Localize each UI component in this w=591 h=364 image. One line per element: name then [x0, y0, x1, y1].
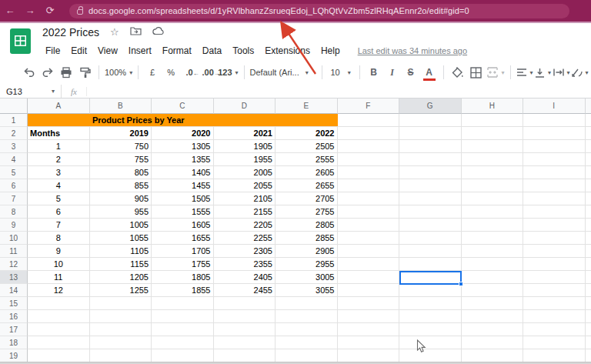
cell-empty[interactable]: [275, 323, 338, 336]
cell-empty[interactable]: [338, 271, 400, 284]
cell-empty[interactable]: [28, 323, 90, 336]
row-header-13[interactable]: 13: [0, 271, 28, 284]
cell-value[interactable]: 750: [90, 140, 152, 153]
cell-value[interactable]: 1555: [152, 205, 214, 219]
cell-empty[interactable]: [586, 336, 591, 349]
cell-empty[interactable]: [462, 310, 524, 323]
cell-value[interactable]: 2255: [214, 232, 276, 245]
cell-empty[interactable]: [399, 127, 462, 140]
cell-empty[interactable]: [275, 297, 338, 310]
cell-empty[interactable]: [338, 245, 400, 258]
row-header-18[interactable]: 18: [0, 336, 28, 349]
cell-empty[interactable]: [28, 349, 90, 362]
cell-empty[interactable]: [214, 310, 276, 323]
cell-value[interactable]: 1355: [152, 153, 214, 166]
menu-format[interactable]: Format: [157, 44, 197, 58]
cell-value[interactable]: 2305: [214, 245, 276, 258]
cell-empty[interactable]: [28, 297, 90, 310]
cell-empty[interactable]: [462, 349, 524, 362]
cell-empty[interactable]: [338, 232, 400, 245]
column-header-J[interactable]: [586, 99, 591, 114]
row-header-1[interactable]: 1: [0, 114, 28, 127]
row-header-15[interactable]: 15: [0, 297, 28, 310]
cell-empty[interactable]: [523, 153, 586, 166]
star-icon[interactable]: ☆: [110, 26, 119, 38]
cell-value[interactable]: 2855: [275, 232, 338, 245]
font-select[interactable]: Default (Ari...▾: [250, 63, 316, 82]
cell-empty[interactable]: [462, 232, 524, 245]
cell-value[interactable]: 1605: [152, 219, 214, 232]
address-bar[interactable]: docs.google.com/spreadsheets/d/1yRVlbhan…: [69, 4, 569, 18]
row-header-10[interactable]: 10: [0, 232, 28, 245]
cell-month[interactable]: 9: [28, 245, 90, 258]
cell-empty[interactable]: [462, 153, 524, 166]
menu-file[interactable]: File: [40, 44, 65, 58]
cell-empty[interactable]: [399, 323, 462, 336]
cell-empty[interactable]: [586, 127, 591, 140]
cell-empty[interactable]: [214, 297, 276, 310]
cell-empty[interactable]: [523, 349, 586, 362]
cell-value[interactable]: 805: [90, 166, 152, 179]
menu-data[interactable]: Data: [197, 44, 227, 58]
formula-input[interactable]: [87, 85, 591, 98]
cell-empty[interactable]: [28, 336, 90, 349]
cell-empty[interactable]: [399, 153, 462, 166]
cell-empty[interactable]: [275, 336, 338, 349]
row-header-4[interactable]: 4: [0, 153, 28, 166]
row-header-14[interactable]: 14: [0, 284, 28, 297]
cell-empty[interactable]: [523, 284, 586, 297]
cell-empty[interactable]: [399, 114, 462, 127]
cell-value[interactable]: 2105: [214, 192, 276, 205]
cell-empty[interactable]: [152, 349, 214, 362]
cell-value[interactable]: 2755: [275, 205, 338, 219]
redo-button[interactable]: [39, 63, 56, 82]
cell-value[interactable]: 2555: [275, 153, 338, 166]
cell-empty[interactable]: [523, 179, 586, 192]
cell-value[interactable]: 1405: [152, 166, 214, 179]
cell-empty[interactable]: [586, 205, 591, 219]
column-header-E[interactable]: E: [275, 99, 338, 114]
cell-empty[interactable]: [338, 336, 400, 349]
cell-empty[interactable]: [586, 284, 591, 297]
cell-empty[interactable]: [399, 310, 462, 323]
cell-month[interactable]: 6: [28, 205, 90, 219]
cell-empty[interactable]: [338, 166, 400, 179]
cell-value[interactable]: 1105: [90, 245, 152, 258]
cell-value[interactable]: 1005: [90, 219, 152, 232]
cell-empty[interactable]: [523, 258, 586, 271]
cell-value[interactable]: 1905: [214, 140, 276, 153]
cell-value[interactable]: 1705: [152, 245, 214, 258]
cell-empty[interactable]: [462, 127, 524, 140]
cell-header[interactable]: 2022: [275, 127, 338, 140]
paint-format-button[interactable]: [76, 63, 93, 82]
increase-decimal-button[interactable]: .00→: [199, 63, 216, 82]
cell-empty[interactable]: [399, 140, 462, 153]
cell-empty[interactable]: [399, 297, 462, 310]
cell-empty[interactable]: [586, 310, 591, 323]
cell-empty[interactable]: [338, 310, 400, 323]
cell-empty[interactable]: [462, 297, 524, 310]
cell-empty[interactable]: [152, 310, 214, 323]
cell-empty[interactable]: [275, 349, 338, 362]
cell-empty[interactable]: [338, 140, 400, 153]
cell-value[interactable]: 905: [90, 192, 152, 205]
cell-empty[interactable]: [90, 336, 152, 349]
cell-empty[interactable]: [338, 323, 400, 336]
cell-empty[interactable]: [90, 310, 152, 323]
cell-empty[interactable]: [28, 310, 90, 323]
cell-empty[interactable]: [214, 336, 276, 349]
cell-value[interactable]: 2955: [275, 258, 338, 271]
cell-month[interactable]: 4: [28, 179, 90, 192]
cell-value[interactable]: 2905: [275, 245, 338, 258]
cell-month[interactable]: 5: [28, 192, 90, 205]
cell-value[interactable]: 1155: [90, 258, 152, 271]
merged-title-cell[interactable]: Product Prices by Year: [28, 114, 338, 127]
cell-empty[interactable]: [462, 219, 524, 232]
cell-value[interactable]: 1205: [90, 271, 152, 284]
menu-edit[interactable]: Edit: [65, 44, 92, 58]
cell-month[interactable]: 8: [28, 232, 90, 245]
cell-empty[interactable]: [338, 297, 400, 310]
text-rotation-button[interactable]: ▾: [572, 63, 589, 82]
cell-empty[interactable]: [462, 271, 524, 284]
cell-value[interactable]: 1805: [152, 271, 214, 284]
